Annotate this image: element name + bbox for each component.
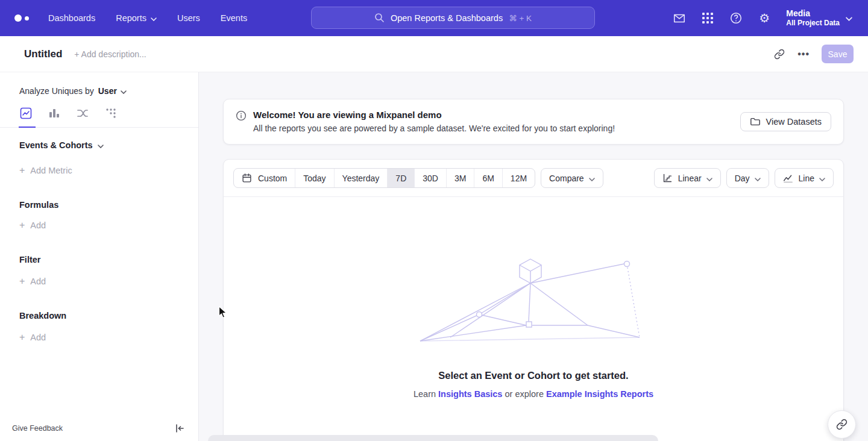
collapse-sidebar-icon[interactable] xyxy=(174,423,185,434)
global-search[interactable]: Open Reports & Dashboards ⌘ + K xyxy=(311,7,595,29)
add-metric-label: Add Metric xyxy=(30,166,72,175)
tab-funnels-icon[interactable] xyxy=(48,107,60,119)
empty-state-title: Select an Event or Cohort to get started… xyxy=(438,370,628,381)
top-nav-right: ⚙ Media All Project Data xyxy=(673,0,868,36)
page-body: Analyze Uniques by User Events & Cohorts xyxy=(0,72,868,441)
nav-reports[interactable]: Reports xyxy=(116,13,157,23)
empty-state-illustration xyxy=(419,254,648,345)
formulas-label: Formulas xyxy=(19,200,58,210)
insights-report-card: Custom Today Yesterday 7D 30D 3M 6M 12M … xyxy=(223,159,844,441)
more-options-icon[interactable]: ••• xyxy=(797,49,810,60)
custom-date-button[interactable]: Custom xyxy=(234,169,295,187)
main-content: Welcome! You are viewing a Mixpanel demo… xyxy=(199,72,868,441)
custom-date-label: Custom xyxy=(258,174,287,183)
filter-header: Filter xyxy=(19,255,179,264)
add-breakdown-button[interactable]: + Add xyxy=(19,332,179,343)
events-cohorts-header[interactable]: Events & Cohorts xyxy=(19,140,179,150)
selected-tab-underline xyxy=(19,127,36,128)
chart-toolbar: Custom Today Yesterday 7D 30D 3M 6M 12M … xyxy=(224,160,843,197)
range-7d[interactable]: 7D xyxy=(387,169,414,187)
welcome-banner-text: Welcome! You are viewing a Mixpanel demo… xyxy=(236,108,615,135)
nav-dashboards-label: Dashboards xyxy=(48,13,95,23)
link-icon xyxy=(836,419,848,430)
chevron-down-icon xyxy=(151,13,157,23)
help-icon[interactable] xyxy=(729,11,743,25)
plus-icon: + xyxy=(19,165,25,176)
nav-users[interactable]: Users xyxy=(177,13,200,23)
range-30d[interactable]: 30D xyxy=(414,169,446,187)
chevron-down-icon xyxy=(121,86,127,96)
apps-grid-icon[interactable] xyxy=(701,11,714,25)
share-link-fab[interactable] xyxy=(828,410,856,439)
save-button[interactable]: Save xyxy=(822,45,854,63)
add-filter-button[interactable]: + Add xyxy=(19,276,179,287)
empty-prefix: Learn xyxy=(414,389,436,399)
bottom-panel-edge[interactable] xyxy=(208,435,658,441)
compare-label: Compare xyxy=(549,174,584,183)
info-icon xyxy=(236,110,247,121)
range-6m[interactable]: 6M xyxy=(474,169,502,187)
granularity-label: Day xyxy=(735,174,750,183)
chevron-down-icon xyxy=(755,174,761,183)
sidebar-footer: Give Feedback xyxy=(0,423,198,441)
give-feedback-link[interactable]: Give Feedback xyxy=(12,424,63,433)
copy-link-icon[interactable] xyxy=(773,48,785,60)
search-shortcut: ⌘ + K xyxy=(509,13,532,23)
chevron-down-icon xyxy=(819,174,825,183)
add-formula-button[interactable]: + Add xyxy=(19,220,179,231)
empty-middle: or explore xyxy=(505,389,543,399)
add-metric-button[interactable]: + Add Metric xyxy=(19,165,179,176)
range-yesterday[interactable]: Yesterday xyxy=(334,169,388,187)
line-chart-icon xyxy=(783,173,794,184)
breakdown-label: Breakdown xyxy=(19,311,66,321)
compare-button[interactable]: Compare xyxy=(541,168,603,188)
report-title[interactable]: Untitled xyxy=(24,48,62,60)
analyze-row: Analyze Uniques by User xyxy=(19,86,179,96)
query-builder-sidebar: Analyze Uniques by User Events & Cohorts xyxy=(0,72,199,441)
inbox-icon[interactable] xyxy=(673,11,686,25)
add-description-field[interactable]: + Add description... xyxy=(74,49,146,59)
welcome-title: Welcome! You are viewing a Mixpanel demo xyxy=(253,108,615,122)
settings-gear-icon[interactable]: ⚙ xyxy=(758,11,771,25)
scale-select[interactable]: Linear xyxy=(654,168,721,188)
date-range-group: Custom Today Yesterday 7D 30D 3M 6M 12M xyxy=(233,168,535,188)
nav-reports-label: Reports xyxy=(116,13,146,23)
nav-events[interactable]: Events xyxy=(221,13,247,23)
mixpanel-logo-icon[interactable] xyxy=(14,14,36,22)
chart-type-select[interactable]: Line xyxy=(775,168,834,188)
tab-retention-icon[interactable] xyxy=(105,107,117,119)
add-filter-label: Add xyxy=(30,277,46,286)
range-3m[interactable]: 3M xyxy=(446,169,474,187)
view-datasets-button[interactable]: View Datasets xyxy=(740,112,831,131)
formulas-header: Formulas xyxy=(19,200,179,210)
logo-dot xyxy=(14,14,22,22)
empty-state-subtitle: Learn Insights Basics or explore Example… xyxy=(414,389,653,399)
report-type-tabs xyxy=(0,107,198,128)
chevron-down-icon xyxy=(706,174,712,183)
range-today[interactable]: Today xyxy=(295,169,333,187)
example-reports-link[interactable]: Example Insights Reports xyxy=(546,389,653,399)
breakdown-header: Breakdown xyxy=(19,311,179,321)
welcome-banner: Welcome! You are viewing a Mixpanel demo… xyxy=(223,99,844,145)
analyze-label: Analyze Uniques by xyxy=(19,86,94,96)
chart-display-controls: Linear Day Line xyxy=(654,168,834,188)
nav-users-label: Users xyxy=(177,13,200,23)
project-switcher[interactable]: Media All Project Data xyxy=(786,8,852,28)
report-header-actions: ••• Save xyxy=(773,45,854,63)
primary-nav: Dashboards Reports Users Events xyxy=(48,13,247,23)
tab-flows-icon[interactable] xyxy=(77,107,89,119)
range-12m[interactable]: 12M xyxy=(502,169,535,187)
linear-scale-icon xyxy=(662,173,673,184)
granularity-select[interactable]: Day xyxy=(726,168,769,188)
project-name: Media xyxy=(786,8,840,19)
empty-state: Select an Event or Cohort to get started… xyxy=(224,197,843,399)
top-nav: Dashboards Reports Users Events Open Rep… xyxy=(0,0,868,36)
project-info: Media All Project Data xyxy=(786,8,840,28)
insights-basics-link[interactable]: Insights Basics xyxy=(438,389,502,399)
add-formula-label: Add xyxy=(30,220,46,230)
nav-dashboards[interactable]: Dashboards xyxy=(48,13,95,23)
analyze-by-select[interactable]: User xyxy=(98,86,127,96)
search-placeholder: Open Reports & Dashboards xyxy=(391,13,503,23)
tab-insights-icon[interactable] xyxy=(20,107,32,119)
analyze-value: User xyxy=(98,86,117,96)
